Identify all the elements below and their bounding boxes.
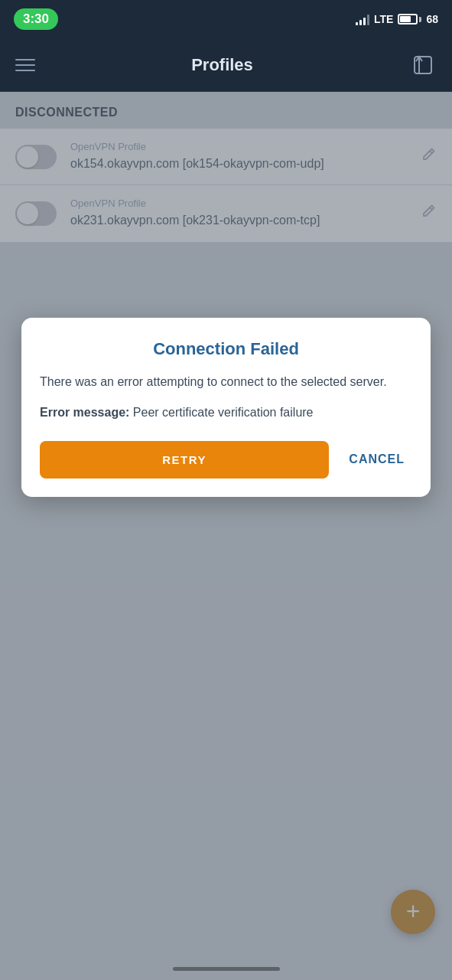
- modal-buttons: RETRY CANCEL: [40, 440, 412, 479]
- error-value: Peer certificate verification failure: [133, 406, 314, 419]
- export-button[interactable]: [409, 51, 437, 79]
- page-title: Profiles: [191, 55, 253, 75]
- menu-line-3: [15, 70, 35, 71]
- retry-button[interactable]: RETRY: [40, 441, 329, 479]
- status-time: 3:30: [14, 8, 58, 30]
- menu-line-2: [15, 64, 35, 66]
- main-content: DISCONNECTED OpenVPN Profile ok154.okayv…: [0, 92, 452, 980]
- battery-icon: [398, 14, 421, 24]
- lte-label: LTE: [374, 13, 393, 25]
- signal-icon: [356, 13, 369, 25]
- error-message: Error message: Peer certificate verifica…: [40, 403, 412, 422]
- modal-overlay: [0, 92, 452, 980]
- error-label: Error message:: [40, 406, 129, 419]
- cancel-button[interactable]: CANCEL: [341, 440, 412, 479]
- status-right: LTE 68: [356, 13, 438, 25]
- menu-line-1: [15, 59, 35, 60]
- modal-title: Connection Failed: [40, 339, 412, 359]
- menu-button[interactable]: [15, 59, 35, 71]
- battery-level: 68: [426, 13, 438, 25]
- status-bar: 3:30 LTE 68: [0, 0, 452, 38]
- connection-failed-modal: Connection Failed There was an error att…: [21, 318, 431, 497]
- navbar: Profiles: [0, 38, 452, 92]
- modal-body-text: There was an error attempting to connect…: [40, 373, 412, 391]
